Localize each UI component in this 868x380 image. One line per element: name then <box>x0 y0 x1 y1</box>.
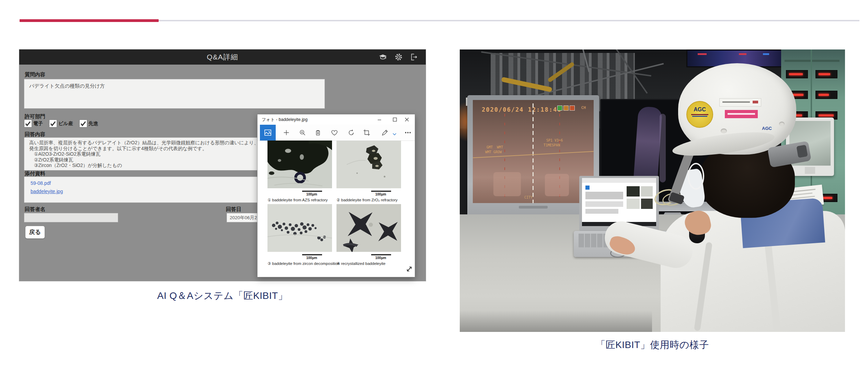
agc-sticker: AGC <box>686 101 713 128</box>
factory-photo: 2 2020/06/24 12:18:46 CH GMT WMT WMT GRO… <box>460 49 845 332</box>
department-label: 許可部門 <box>25 113 45 120</box>
app-header: Q&A詳細 <box>19 49 426 65</box>
answer-date-label: 回答日 <box>226 206 241 213</box>
department-checkbox-row: 電子 ビル産 先進 <box>24 120 98 127</box>
micrograph-caption: ④ recrystallized baddeleyite <box>336 261 386 266</box>
checkbox-checked-icon[interactable] <box>24 120 32 127</box>
scale-text: 100μm <box>306 192 317 196</box>
question-text: バデライト欠点の種類の見分け方 <box>24 79 324 93</box>
answerer-input[interactable] <box>24 213 118 222</box>
question-label: 質問内容 <box>25 71 45 78</box>
back-button[interactable]: 戻る <box>25 226 45 238</box>
graduation-cap-icon[interactable] <box>378 53 387 62</box>
kibit-app-screenshot: Q&A詳細 質問内容 バデライト欠点の種類の見分け方 許可部門 電子 <box>19 49 426 281</box>
checkbox-item[interactable]: 電子 <box>24 120 43 127</box>
crop-icon[interactable] <box>363 129 370 136</box>
right-figure-caption: 「匠KIBIT」使用時の様子 <box>460 338 845 351</box>
add-icon[interactable] <box>283 129 290 136</box>
micrograph-azs <box>267 141 332 188</box>
favorite-icon[interactable] <box>331 129 338 136</box>
scale-bar <box>302 191 322 192</box>
answer-label: 回答内容 <box>25 131 45 138</box>
gear-icon[interactable] <box>394 53 403 62</box>
helmet-vent-dot <box>779 122 785 126</box>
micrograph-caption: ③ baddeleyite from zircon decomposition <box>267 261 340 266</box>
attachment-label: 添付資料 <box>25 170 45 177</box>
minimize-button[interactable] <box>374 116 385 123</box>
more-icon[interactable] <box>404 129 412 136</box>
answerer-label: 回答者名 <box>25 206 45 213</box>
checkbox-label: ビル産 <box>58 121 73 127</box>
helmet-vent-dot <box>721 128 727 133</box>
scale-bar <box>371 254 391 255</box>
chevron-down-icon[interactable] <box>391 130 398 138</box>
page: Q&A詳細 質問内容 バデライト欠点の種類の見分け方 許可部門 電子 <box>0 0 868 380</box>
app-title: Q&A詳細 <box>19 49 426 65</box>
top-rule-red <box>20 19 159 22</box>
photo-viewer-title: フォト - baddeleyite.jpg <box>262 114 308 125</box>
scale-bar <box>302 254 322 255</box>
scale-text: 100μm <box>375 256 386 260</box>
edit-icon[interactable] <box>381 129 389 136</box>
scale-text: 100μm <box>306 256 317 260</box>
checkbox-item[interactable]: 先進 <box>79 120 98 127</box>
left-figure-caption: AI Q＆Aシステム「匠KIBIT」 <box>19 289 426 302</box>
mask-earloop <box>688 163 704 190</box>
micrograph-zro2 <box>336 141 401 188</box>
top-rule-grey <box>159 20 859 21</box>
question-textarea[interactable]: バデライト欠点の種類の見分け方 <box>24 79 325 109</box>
helmet-side-label: AGC <box>762 126 772 131</box>
micrograph-recrystallized <box>336 204 401 252</box>
micrograph-zircon <box>267 204 332 252</box>
checkbox-checked-icon[interactable] <box>79 120 87 127</box>
rotate-icon[interactable] <box>347 129 355 136</box>
checkbox-label: 先進 <box>89 121 98 127</box>
pink-sticker <box>725 110 758 118</box>
close-button[interactable] <box>402 116 412 123</box>
white-sticker <box>719 98 761 107</box>
delete-icon[interactable] <box>314 129 322 136</box>
resize-diagonal-icon[interactable] <box>405 265 413 273</box>
zoom-icon[interactable] <box>299 129 306 136</box>
agc-sticker-text: AGC <box>687 107 712 113</box>
checkbox-label: 電子 <box>33 121 43 127</box>
sign-out-icon[interactable] <box>409 53 418 62</box>
helmet-side-text: AGC <box>762 126 772 131</box>
scale-text: 100μm <box>375 192 386 196</box>
picture-icon[interactable] <box>260 125 276 141</box>
checkbox-checked-icon[interactable] <box>49 120 57 127</box>
photo-viewer-window: フォト - baddeleyite.jpg <box>257 114 415 277</box>
micrograph-caption: ② baddeleyite from ZrO₂ refractory <box>336 198 398 202</box>
maximize-button[interactable] <box>390 116 400 123</box>
photo-viewer-toolbar <box>258 125 415 141</box>
micrograph-caption: ① baddeleyite from AZS refractory <box>267 198 328 202</box>
person: AGC AGC <box>460 49 845 332</box>
scale-bar <box>371 191 391 192</box>
checkbox-item[interactable]: ビル産 <box>49 120 73 127</box>
